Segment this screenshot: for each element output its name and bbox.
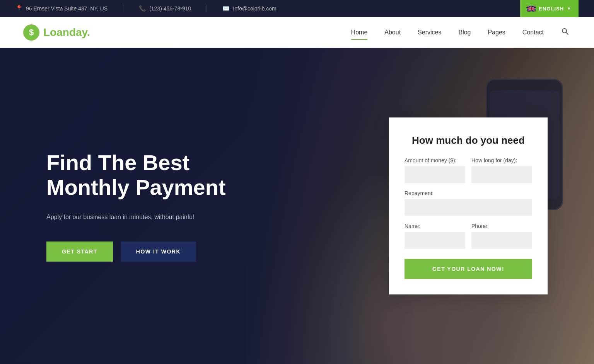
- chevron-down-icon: ▼: [567, 6, 572, 11]
- svg-line-4: [566, 32, 568, 35]
- nav-link-home[interactable]: Home: [343, 18, 376, 47]
- duration-label: How long for (day):: [471, 157, 532, 163]
- topbar-email: ✉️ Info@colorlib.com: [222, 5, 276, 12]
- topbar-phone: 📞 (123) 456-78-910: [139, 5, 191, 12]
- uk-flag-icon: [527, 6, 536, 12]
- hero-text: Find The Best Monthly Payment Apply for …: [46, 150, 248, 262]
- repayment-label: Repayment:: [405, 190, 532, 196]
- topbar-divider-1: [123, 5, 123, 12]
- phone-icon: 📞: [139, 5, 146, 12]
- logo[interactable]: $ Loanday.: [23, 24, 90, 41]
- amount-label: Amount of money ($):: [405, 157, 465, 163]
- language-button[interactable]: ENGLISH ▼: [520, 0, 579, 17]
- form-group-name: Name:: [405, 223, 465, 249]
- get-loan-button[interactable]: GET YOUR LOAN NOW!: [405, 259, 532, 279]
- hero-content: Find The Best Monthly Payment Apply for …: [0, 48, 594, 364]
- topbar-right: ENGLISH ▼: [520, 0, 579, 17]
- form-group-repayment: Repayment:: [405, 190, 532, 216]
- nav-item-blog[interactable]: Blog: [450, 18, 479, 47]
- nav-item-pages[interactable]: Pages: [479, 18, 514, 47]
- nav-link-blog[interactable]: Blog: [450, 18, 479, 47]
- name-label: Name:: [405, 223, 465, 229]
- svg-text:$: $: [29, 27, 34, 37]
- email-icon: ✉️: [222, 5, 230, 12]
- hero-buttons: GET START HOW IT WORK: [46, 242, 248, 262]
- nav-link-contact[interactable]: Contact: [514, 18, 552, 47]
- navbar: $ Loanday. Home About Services Blog Page…: [0, 17, 594, 48]
- nav-link-pages[interactable]: Pages: [479, 18, 514, 47]
- form-row-amount-duration: Amount of money ($): How long for (day):: [405, 157, 532, 183]
- phone-input[interactable]: [471, 232, 532, 249]
- form-group-phone: Phone:: [471, 223, 532, 249]
- nav-link-about[interactable]: About: [376, 18, 409, 47]
- hero-title: Find The Best Monthly Payment: [46, 150, 248, 200]
- form-group-duration: How long for (day):: [471, 157, 532, 183]
- nav-item-about[interactable]: About: [376, 18, 409, 47]
- topbar-divider-2: [207, 5, 207, 12]
- hero-subtitle: Apply for our business loan in minutes, …: [46, 212, 248, 222]
- logo-text: Loanday.: [43, 26, 90, 39]
- phone-label: Phone:: [471, 223, 532, 229]
- repayment-input[interactable]: [405, 199, 532, 216]
- nav-link-services[interactable]: Services: [409, 18, 450, 47]
- nav-item-home[interactable]: Home: [343, 18, 376, 47]
- form-heading: How much do you need: [405, 134, 532, 146]
- nav-item-contact[interactable]: Contact: [514, 18, 552, 47]
- search-icon[interactable]: [559, 26, 571, 39]
- name-input[interactable]: [405, 232, 465, 249]
- amount-input[interactable]: [405, 166, 465, 183]
- nav-links: Home About Services Blog Pages Contact: [343, 18, 552, 47]
- nav-item-services[interactable]: Services: [409, 18, 450, 47]
- logo-icon: $: [23, 24, 39, 41]
- form-row-name-phone: Name: Phone:: [405, 223, 532, 249]
- topbar-address: 📍 96 Ernser Vista Suite 437, NY, US: [15, 5, 108, 12]
- topbar: 📍 96 Ernser Vista Suite 437, NY, US 📞 (1…: [0, 0, 594, 17]
- duration-input[interactable]: [471, 166, 532, 183]
- loan-form-card: How much do you need Amount of money ($)…: [389, 117, 548, 294]
- how-it-work-button[interactable]: HOW IT WORK: [121, 242, 196, 262]
- location-icon: 📍: [15, 5, 23, 12]
- hero-form-wrapper: How much do you need Amount of money ($)…: [389, 117, 548, 294]
- get-start-button[interactable]: GET START: [46, 242, 113, 262]
- hero-section: Find The Best Monthly Payment Apply for …: [0, 48, 594, 364]
- form-group-amount: Amount of money ($):: [405, 157, 465, 183]
